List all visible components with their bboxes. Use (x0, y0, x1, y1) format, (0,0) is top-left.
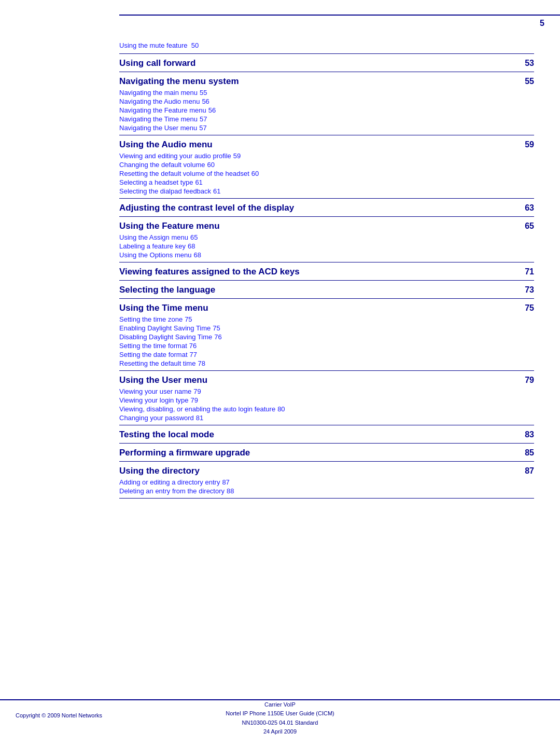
top-item-label: Using the mute feature (119, 42, 188, 49)
sub-item-page: 76 (189, 342, 197, 350)
toc-sub-item: Deleting an entry from the directory 88 (119, 487, 534, 495)
toc-heading-page-performing-firmware-upgrade: 85 (525, 448, 534, 458)
sub-item-page: 55 (200, 89, 207, 96)
sub-item-page: 56 (208, 106, 216, 114)
toc-heading-page-viewing-features-acd: 71 (525, 267, 534, 276)
toc-sub-item: Navigating the Time menu 57 (119, 115, 534, 123)
toc-heading-row-using-audio-menu: Using the Audio menu59 (119, 140, 534, 150)
sub-item-label: Viewing your user name (119, 388, 191, 395)
toc-section-using-time-menu: Using the Time menu75Setting the time zo… (119, 298, 534, 367)
toc-divider-selecting-language (119, 280, 534, 281)
toc-section-selecting-language: Selecting the language73 (119, 280, 534, 295)
sub-item-label: Navigating the Feature menu (119, 106, 206, 114)
page-container: 5 Using the mute feature 50 Using call f… (0, 0, 560, 747)
toc-heading-row-selecting-language: Selecting the language73 (119, 285, 534, 295)
sub-item-label: Viewing, disabling, or enabling the auto… (119, 405, 275, 413)
toc-divider-using-feature-menu (119, 216, 534, 217)
toc-sub-item: Selecting a headset type 61 (119, 178, 534, 186)
sub-item-label: Disabling Daylight Saving Time (119, 333, 212, 341)
sub-item-label: Using the Options menu (119, 251, 191, 259)
toc-heading-label-performing-firmware-upgrade: Performing a firmware upgrade (119, 448, 250, 458)
page-number: 5 (540, 19, 544, 28)
sub-item-page: 77 (190, 351, 197, 358)
toc-section-testing-local-mode: Testing the local mode83 (119, 425, 534, 440)
toc-heading-row-using-time-menu: Using the Time menu75 (119, 303, 534, 313)
sub-item-label: Viewing and editing your audio profile (119, 152, 231, 160)
toc-heading-page-using-call-forward: 53 (525, 59, 534, 68)
top-item-page: 50 (191, 42, 199, 49)
toc-sub-item: Using the Assign menu 65 (119, 233, 534, 241)
toc-sub-item: Navigating the Feature menu 56 (119, 106, 534, 114)
toc-sub-item: Navigating the User menu 57 (119, 124, 534, 132)
top-border-line (119, 15, 560, 16)
toc-divider-viewing-features-acd (119, 262, 534, 262)
toc-heading-page-navigating-menu-system: 55 (525, 77, 534, 86)
toc-section-performing-firmware-upgrade: Performing a firmware upgrade85 (119, 443, 534, 458)
sub-item-label: Changing the default volume (119, 161, 205, 169)
toc-sub-item: Resetting the default volume of the head… (119, 170, 534, 177)
sub-item-page: 87 (222, 478, 229, 486)
toc-heading-label-adjusting-contrast: Adjusting the contrast level of the disp… (119, 203, 294, 213)
toc-heading-row-using-user-menu: Using the User menu79 (119, 375, 534, 385)
copyright-text: Copyright © 2009 Nortel Networks (16, 712, 102, 718)
toc-content: Using the mute feature 50 Using call for… (119, 16, 534, 499)
toc-divider-using-audio-menu (119, 135, 534, 135)
toc-heading-label-selecting-language: Selecting the language (119, 285, 215, 295)
toc-divider-using-directory (119, 461, 534, 462)
toc-sub-item: Selecting the dialpad feedback 61 (119, 187, 534, 195)
sub-item-page: 76 (214, 333, 221, 341)
sub-item-label: Setting the time zone (119, 315, 183, 323)
toc-heading-page-using-time-menu: 75 (525, 303, 534, 313)
toc-heading-label-using-feature-menu: Using the Feature menu (119, 221, 220, 231)
sub-item-label: Selecting a headset type (119, 178, 193, 186)
sub-item-label: Viewing your login type (119, 396, 188, 404)
sub-item-page: 78 (198, 359, 205, 367)
toc-sub-item: Changing the default volume 60 (119, 161, 534, 169)
toc-heading-page-using-audio-menu: 59 (525, 140, 534, 149)
sub-item-label: Navigating the main menu (119, 89, 198, 96)
footer-line4: 24 April 2009 (0, 727, 560, 737)
toc-heading-row-testing-local-mode: Testing the local mode83 (119, 430, 534, 440)
sub-item-page: 79 (190, 396, 198, 404)
toc-sub-item: Viewing your login type 79 (119, 396, 534, 404)
sub-item-label: Labeling a feature key (119, 242, 186, 250)
toc-sub-item: Viewing, disabling, or enabling the auto… (119, 405, 534, 413)
toc-heading-label-using-directory: Using the directory (119, 466, 200, 476)
toc-heading-row-navigating-menu-system: Navigating the menu system55 (119, 76, 534, 87)
toc-heading-row-viewing-features-acd: Viewing features assigned to the ACD key… (119, 267, 534, 277)
sub-item-label: Resetting the default time (119, 359, 195, 367)
toc-sub-item: Setting the time zone 75 (119, 315, 534, 323)
sub-item-label: Changing your password (119, 414, 194, 422)
sub-item-page: 60 (251, 170, 259, 177)
sub-item-page: 75 (213, 324, 220, 332)
toc-sub-item: Enabling Daylight Saving Time 75 (119, 324, 534, 332)
toc-section-using-directory: Using the directory87Adding or editing a… (119, 461, 534, 495)
sub-item-page: 60 (207, 161, 215, 169)
toc-section-using-feature-menu: Using the Feature menu65Using the Assign… (119, 216, 534, 259)
toc-divider-navigating-menu-system (119, 72, 534, 72)
sub-item-label: Resetting the default volume of the head… (119, 170, 249, 177)
sub-item-page: 59 (233, 152, 241, 160)
toc-sub-item: Navigating the main menu 55 (119, 89, 534, 96)
toc-sub-item: Setting the time format 76 (119, 342, 534, 350)
toc-divider-using-call-forward (119, 53, 534, 54)
sub-item-page: 68 (193, 251, 201, 259)
sub-item-label: Navigating the Time menu (119, 115, 198, 123)
sub-item-page: 61 (213, 187, 220, 195)
footer-line1: Carrier VoIP (0, 700, 560, 710)
sub-item-label: Setting the time format (119, 342, 187, 350)
toc-sub-item: Using the Options menu 68 (119, 251, 534, 259)
toc-sub-item: Viewing and editing your audio profile 5… (119, 152, 534, 160)
toc-heading-row-performing-firmware-upgrade: Performing a firmware upgrade85 (119, 448, 534, 458)
sub-item-page: 57 (199, 124, 206, 132)
sub-item-page: 56 (202, 98, 209, 105)
toc-heading-page-adjusting-contrast: 63 (525, 203, 534, 213)
toc-sub-item: Navigating the Audio menu 56 (119, 98, 534, 105)
toc-heading-page-using-directory: 87 (525, 466, 534, 476)
toc-sub-item: Resetting the default time 78 (119, 359, 534, 367)
toc-heading-label-using-user-menu: Using the User menu (119, 375, 207, 385)
sub-item-page: 88 (227, 487, 234, 495)
sub-item-page: 80 (277, 405, 285, 413)
toc-divider-using-time-menu (119, 298, 534, 299)
toc-divider-adjusting-contrast (119, 198, 534, 199)
